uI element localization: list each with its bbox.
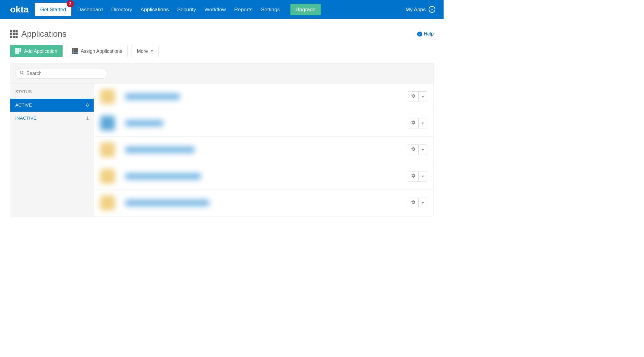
assign-applications-label: Assign Applications: [81, 48, 122, 54]
app-row[interactable]: [94, 137, 433, 163]
nav-workflow[interactable]: Workflow: [204, 6, 226, 12]
search-bar: [10, 63, 433, 83]
help-link[interactable]: ? Help: [417, 31, 434, 37]
nav-directory[interactable]: Directory: [111, 6, 132, 12]
app-blurred-content: [100, 116, 408, 131]
gear-section: [408, 118, 419, 128]
action-row: Add Application Assign Applications More: [0, 45, 444, 63]
my-apps-link[interactable]: My Apps →: [406, 6, 435, 13]
app-icon: [100, 142, 115, 157]
upgrade-button[interactable]: Upgrade: [290, 4, 321, 15]
add-application-button[interactable]: Add Application: [10, 45, 63, 57]
app-icon: [100, 89, 115, 104]
sidebar-item-inactive[interactable]: INACTIVE 1: [10, 112, 94, 125]
get-started-label: Get Started: [40, 6, 66, 12]
sidebar-inactive-label: INACTIVE: [15, 115, 36, 121]
app-action-dropdown[interactable]: [408, 198, 427, 208]
assign-applications-button[interactable]: Assign Applications: [67, 45, 128, 57]
gear-section: [408, 145, 419, 155]
application-list: [94, 83, 433, 216]
help-label: Help: [424, 31, 434, 37]
caret-section: [419, 121, 427, 126]
gear-section: [408, 198, 419, 208]
app-row[interactable]: [94, 83, 433, 110]
svg-line-1: [22, 73, 23, 74]
chevron-down-icon: [422, 149, 424, 151]
sidebar-title: STATUS: [10, 83, 94, 99]
top-navbar: okta Get Started 2 Dashboard Directory A…: [0, 0, 444, 19]
app-action-dropdown[interactable]: [408, 91, 427, 102]
app-icon: [100, 116, 115, 131]
app-row[interactable]: [94, 163, 433, 190]
help-icon: ?: [417, 32, 422, 37]
app-icon: [100, 169, 115, 184]
app-row[interactable]: [94, 190, 433, 216]
okta-logo: okta: [10, 4, 29, 15]
sidebar-active-label: ACTIVE: [15, 103, 32, 108]
grid-plus-icon: [15, 48, 21, 54]
get-started-button[interactable]: Get Started 2: [35, 3, 71, 16]
app-name: [125, 200, 209, 206]
status-sidebar: STATUS ACTIVE 8 INACTIVE 1: [10, 83, 94, 216]
nav-settings[interactable]: Settings: [261, 6, 280, 12]
app-icon: [100, 195, 115, 210]
more-button[interactable]: More: [132, 45, 158, 57]
notification-badge: 2: [67, 0, 74, 7]
nav-dashboard[interactable]: Dashboard: [77, 6, 103, 12]
search-input[interactable]: [26, 71, 103, 76]
app-blurred-content: [100, 89, 408, 104]
sidebar-inactive-count: 1: [86, 115, 89, 121]
add-application-label: Add Application: [24, 48, 57, 54]
app-name: [125, 173, 201, 179]
chevron-down-icon: [422, 175, 424, 177]
arrow-right-circle-icon: →: [429, 6, 435, 13]
app-action-dropdown[interactable]: [408, 171, 427, 182]
gear-icon: [411, 173, 416, 179]
search-icon: [20, 70, 24, 76]
app-action-dropdown[interactable]: [408, 144, 427, 155]
app-blurred-content: [100, 195, 408, 210]
my-apps-label: My Apps: [406, 6, 426, 12]
app-name: [125, 147, 194, 153]
app-blurred-content: [100, 169, 408, 184]
grid-key-icon: [72, 48, 78, 54]
svg-point-0: [20, 71, 23, 74]
chevron-down-icon: [422, 202, 424, 204]
nav-security[interactable]: Security: [177, 6, 196, 12]
caret-section: [419, 147, 427, 153]
gear-icon: [411, 200, 416, 206]
nav-items: Dashboard Directory Applications Securit…: [77, 4, 321, 15]
nav-applications[interactable]: Applications: [141, 6, 169, 12]
app-name: [125, 120, 163, 126]
caret-section: [419, 174, 427, 179]
gear-icon: [411, 120, 416, 126]
app-name: [125, 94, 180, 100]
chevron-down-icon: [151, 50, 153, 52]
gear-icon: [411, 94, 416, 100]
chevron-down-icon: [422, 96, 424, 97]
gear-icon: [411, 147, 416, 153]
app-row[interactable]: [94, 110, 433, 137]
main-content: STATUS ACTIVE 8 INACTIVE 1: [10, 63, 434, 216]
caret-section: [419, 200, 427, 206]
gear-section: [408, 171, 419, 181]
app-action-dropdown[interactable]: [408, 118, 427, 128]
apps-grid-icon: [10, 30, 18, 38]
search-wrapper: [15, 68, 107, 79]
nav-reports[interactable]: Reports: [234, 6, 252, 12]
sidebar-active-count: 8: [86, 103, 89, 108]
sidebar-item-active[interactable]: ACTIVE 8: [10, 99, 94, 112]
caret-section: [419, 94, 427, 100]
more-label: More: [137, 48, 148, 54]
content-body: STATUS ACTIVE 8 INACTIVE 1: [10, 83, 433, 216]
page-title: Applications: [21, 29, 67, 39]
page-header: Applications ? Help: [0, 19, 444, 45]
gear-section: [408, 92, 419, 102]
app-blurred-content: [100, 142, 408, 157]
chevron-down-icon: [422, 122, 424, 124]
